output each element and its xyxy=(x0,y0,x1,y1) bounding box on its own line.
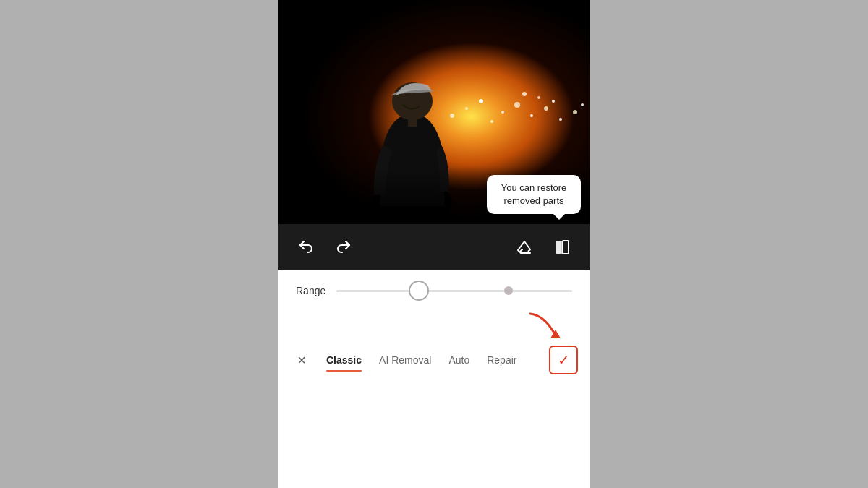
svg-point-5 xyxy=(544,106,548,111)
confirm-button[interactable]: ✓ xyxy=(549,346,578,374)
bottom-panel: Range × Classic AI Removal xyxy=(278,270,590,488)
svg-point-14 xyxy=(581,103,584,106)
range-track[interactable] xyxy=(336,290,572,292)
arrow-hint xyxy=(523,308,566,343)
range-label: Range xyxy=(296,285,326,296)
svg-point-2 xyxy=(501,111,504,114)
svg-point-10 xyxy=(537,96,540,99)
tooltip: You can restore removed parts xyxy=(487,175,581,214)
range-thumb-secondary[interactable] xyxy=(504,286,513,295)
svg-point-1 xyxy=(479,99,483,103)
toolbar-right xyxy=(511,234,575,260)
svg-point-11 xyxy=(522,92,527,96)
redo-button[interactable] xyxy=(331,234,357,260)
close-button[interactable]: × xyxy=(290,348,313,372)
svg-point-7 xyxy=(465,107,468,110)
tab-ai-removal[interactable]: AI Removal xyxy=(370,350,440,370)
tab-auto[interactable]: Auto xyxy=(440,350,478,370)
range-thumb-main[interactable] xyxy=(409,281,429,301)
svg-point-6 xyxy=(559,118,562,121)
svg-rect-20 xyxy=(563,241,569,254)
svg-point-3 xyxy=(514,102,520,108)
svg-rect-19 xyxy=(556,241,561,254)
phone-container: You can restore removed parts xyxy=(278,0,590,488)
svg-point-12 xyxy=(552,100,555,103)
svg-rect-17 xyxy=(408,118,417,127)
tab-repair[interactable]: Repair xyxy=(478,350,525,370)
tab-classic[interactable]: Classic xyxy=(318,350,370,370)
svg-point-8 xyxy=(450,114,454,118)
svg-point-13 xyxy=(573,110,577,114)
tooltip-text: You can restore removed parts xyxy=(501,182,567,206)
undo-button[interactable] xyxy=(293,234,319,260)
range-row: Range xyxy=(278,270,590,308)
svg-point-9 xyxy=(490,120,493,123)
controls-toolbar: You can restore removed parts xyxy=(278,224,590,270)
tab-bar: × Classic AI Removal Auto Repair ✓ xyxy=(278,343,590,385)
svg-point-4 xyxy=(530,114,533,117)
compare-button[interactable] xyxy=(549,234,575,260)
eraser-button[interactable] xyxy=(511,234,537,260)
toolbar-left xyxy=(293,234,357,260)
